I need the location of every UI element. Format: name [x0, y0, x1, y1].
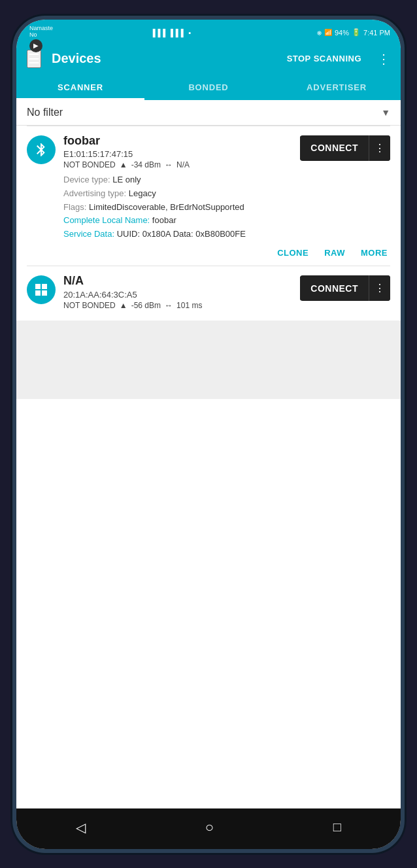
filter-label: No filter [27, 107, 63, 118]
dropdown-arrow-icon[interactable]: ▼ [381, 107, 390, 118]
connect-btn-group-na: CONNECT ⋮ [300, 275, 390, 301]
device-icon-foobar [27, 135, 56, 164]
service-data-label: Service Data: [63, 229, 117, 239]
flags-label: Flags: [63, 202, 89, 212]
app-subtext: No [29, 31, 37, 38]
app-header: ☰ Devices STOP SCANNING ⋮ [16, 43, 401, 75]
screen-icon: ▪ [188, 29, 191, 37]
windows-icon-na [33, 282, 49, 298]
notification-icon: ▶ [29, 39, 42, 52]
battery-percent: 94% [335, 29, 349, 37]
header-title: Devices [52, 51, 276, 66]
device-header-na: N/A 20:1A:AA:64:3C:A5 NOT BONDED ▲ -56 d… [27, 274, 390, 310]
raw-button[interactable]: RAW [324, 248, 345, 258]
action-buttons-foobar: CLONE RAW MORE [63, 248, 390, 258]
device-card-foobar: foobar E1:01:15:17:47:15 NOT BONDED ▲ -3… [16, 126, 401, 266]
device-header-foobar: foobar E1:01:15:17:47:15 NOT BONDED ▲ -3… [27, 134, 390, 170]
connect-more-button-foobar[interactable]: ⋮ [369, 135, 390, 161]
device-bond-row-na: NOT BONDED ▲ -56 dBm ↔ 101 ms [63, 301, 292, 310]
nav-bar: ◁ ○ □ [16, 808, 401, 849]
content-area: No filter ▼ foobar E1:01:15:17:47:15 [16, 100, 401, 808]
more-button[interactable]: MORE [361, 248, 388, 258]
local-name-row: Complete Local Name: foobar [63, 214, 390, 228]
device-name-na: N/A [63, 274, 292, 288]
status-right: ⎈ 📶 94% 🔋 7:41 PM [317, 28, 390, 37]
notification-area: Namaste No ▶ [29, 25, 53, 52]
gray-area [16, 321, 401, 399]
signal-icon: 📶 [324, 29, 332, 36]
advertising-type-row: Advertising type: Legacy [63, 187, 390, 201]
dbm-foobar: -34 dBm [131, 160, 161, 169]
signal-icon-1: ▌▌▌ [153, 29, 168, 37]
connect-button-foobar[interactable]: CONNECT [300, 136, 369, 160]
flags-value: LimitedDiscoverable, BrEdrNotSupported [89, 202, 244, 212]
device-bond-row-foobar: NOT BONDED ▲ -34 dBm ↔ N/A [63, 160, 292, 169]
device-details-foobar: Device type: LE only Advertising type: L… [63, 173, 390, 258]
device-info-na: N/A 20:1A:AA:64:3C:A5 NOT BONDED ▲ -56 d… [63, 274, 292, 310]
device-type-value: LE only [112, 175, 141, 184]
bluetooth-icon: ⎈ [317, 28, 322, 37]
app-name: Namaste [29, 25, 53, 31]
advertising-type-value: Legacy [129, 188, 156, 198]
connect-more-button-na[interactable]: ⋮ [369, 275, 390, 301]
battery-icon: 🔋 [352, 28, 361, 37]
hamburger-button[interactable]: ☰ [27, 50, 41, 68]
phone-screen: Namaste No ▶ ▌▌▌ ▌▌▌ ▪ ⎈ 📶 94% 🔋 7:41 PM… [16, 20, 401, 849]
back-button[interactable]: ◁ [63, 817, 99, 838]
interval-na: 101 ms [176, 301, 202, 310]
local-name-label: Complete Local Name: [63, 215, 152, 225]
signal-arrow-foobar: ▲ [120, 160, 127, 169]
status-bar: Namaste No ▶ ▌▌▌ ▌▌▌ ▪ ⎈ 📶 94% 🔋 7:41 PM [16, 20, 401, 43]
advertising-type-label: Advertising type: [63, 188, 129, 198]
more-options-icon[interactable]: ⋮ [377, 51, 390, 67]
service-data-value: UUID: 0x180A Data: 0xB80B00FE [117, 229, 246, 239]
tab-bonded[interactable]: BONDED [144, 75, 273, 100]
device-card-na: N/A 20:1A:AA:64:3C:A5 NOT BONDED ▲ -56 d… [16, 266, 401, 321]
phone-frame: Namaste No ▶ ▌▌▌ ▌▌▌ ▪ ⎈ 📶 94% 🔋 7:41 PM… [12, 16, 405, 853]
tab-scanner[interactable]: SCANNER [16, 75, 144, 100]
tab-advertiser[interactable]: ADVERTISER [273, 75, 401, 100]
device-type-label: Device type: [63, 175, 112, 184]
connect-button-na[interactable]: CONNECT [300, 277, 369, 300]
tab-bar: SCANNER BONDED ADVERTISER [16, 75, 401, 100]
signal-icon-2: ▌▌▌ [171, 29, 186, 37]
device-info-foobar: foobar E1:01:15:17:47:15 NOT BONDED ▲ -3… [63, 134, 292, 170]
home-button[interactable]: ○ [192, 816, 227, 839]
bluetooth-icon-foobar [33, 142, 49, 158]
connect-btn-group-foobar: CONNECT ⋮ [300, 135, 390, 161]
time: 7:41 PM [363, 29, 390, 37]
device-icon-na [27, 275, 56, 304]
stop-scanning-button[interactable]: STOP SCANNING [287, 54, 361, 63]
interval-arrow-foobar: ↔ [165, 160, 173, 169]
device-mac-foobar: E1:01:15:17:47:15 [63, 149, 292, 159]
bond-status-na: NOT BONDED [63, 301, 116, 310]
device-type-row: Device type: LE only [63, 173, 390, 187]
flags-row: Flags: LimitedDiscoverable, BrEdrNotSupp… [63, 201, 390, 215]
device-mac-na: 20:1A:AA:64:3C:A5 [63, 290, 292, 300]
interval-foobar: N/A [176, 160, 190, 169]
bond-status-foobar: NOT BONDED [63, 160, 116, 169]
signal-arrow-na: ▲ [120, 301, 127, 310]
clone-button[interactable]: CLONE [277, 248, 309, 258]
dbm-na: -56 dBm [131, 301, 161, 310]
filter-row[interactable]: No filter ▼ [16, 100, 401, 126]
service-data-row: Service Data: UUID: 0x180A Data: 0xB80B0… [63, 228, 390, 241]
local-name-value: foobar [152, 215, 176, 225]
interval-arrow-na: ↔ [165, 301, 173, 310]
device-name-foobar: foobar [63, 134, 292, 148]
recent-button[interactable]: □ [320, 817, 354, 837]
